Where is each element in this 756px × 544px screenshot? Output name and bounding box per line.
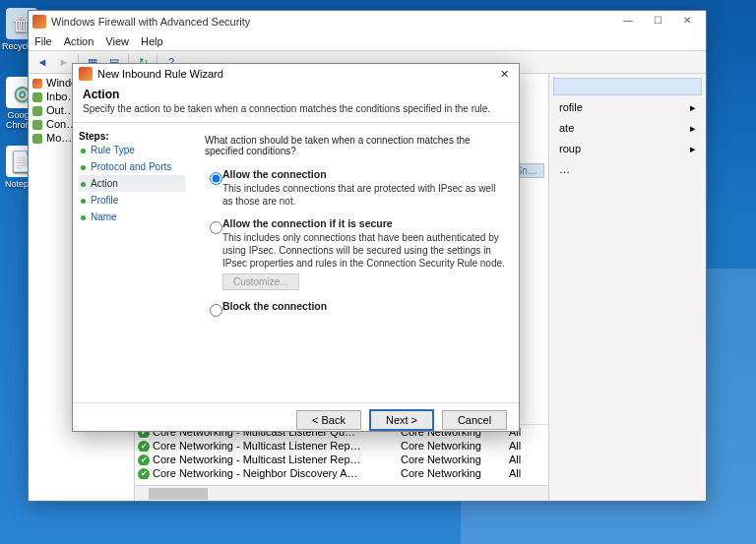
menu-file[interactable]: File [34,35,52,47]
action-item[interactable]: roup▸ [553,139,702,159]
window-title: Windows Firewall with Advanced Security [51,16,250,28]
wizard-content: What action should be taken when a conne… [191,123,519,402]
step-action[interactable]: Action [79,175,185,192]
option-block-connection[interactable]: Block the connection [205,300,505,312]
firewall-icon [32,15,46,29]
actions-header [553,78,702,95]
wizard-question: What action should be taken when a conne… [205,135,505,156]
step-profile[interactable]: Profile [79,192,185,209]
firewall-icon [79,67,93,81]
table-row[interactable]: Core Networking - Multicast Listener Rep… [135,439,548,453]
table-row[interactable]: Core Networking - Neighbor Discovery A…C… [135,466,548,480]
back-button[interactable]: < Back [296,410,361,430]
menu-help[interactable]: Help [141,35,163,47]
chevron-right-icon: ▸ [690,101,696,114]
next-button[interactable]: Next > [369,409,434,431]
wizard-footer: < Back Next > Cancel [73,402,519,436]
wizard-titlebar[interactable]: New Inbound Rule Wizard ✕ [73,64,519,84]
radio-allow[interactable] [210,172,222,185]
maximize-button[interactable]: ☐ [643,13,672,30]
close-button[interactable]: ✕ [672,13,702,30]
forward-button[interactable]: ► [54,53,74,71]
customize-button: Customize... [222,273,299,290]
horizontal-scrollbar[interactable] [135,485,548,501]
chevron-right-icon: ▸ [690,122,696,135]
radio-block[interactable] [210,304,222,317]
step-rule-type[interactable]: Rule Type [79,142,185,158]
actions-panel: rofile▸ ate▸ roup▸ … [548,74,706,501]
radio-allow-secure[interactable] [210,221,222,234]
wizard-header: Action Specify the action to be taken wh… [73,84,519,123]
wizard-title: New Inbound Rule Wizard [97,68,223,80]
wizard-heading: Action [83,88,509,101]
option-allow-connection[interactable]: Allow the connection This includes conne… [205,168,505,208]
wizard-steps: Steps: Rule Type Protocol and Ports Acti… [73,123,191,402]
wizard-subheading: Specify the action to be taken when a co… [83,103,509,114]
chevron-right-icon: ▸ [690,143,696,155]
action-item[interactable]: ate▸ [553,118,702,139]
table-row[interactable]: Core Networking - Multicast Listener Rep… [135,453,548,466]
step-name[interactable]: Name [79,209,185,225]
new-inbound-rule-wizard: New Inbound Rule Wizard ✕ Action Specify… [72,63,520,432]
menubar: File Action View Help [29,32,706,50]
action-item[interactable]: rofile▸ [553,97,702,118]
titlebar[interactable]: Windows Firewall with Advanced Security … [29,11,706,32]
wizard-close-button[interactable]: ✕ [495,68,513,81]
action-item[interactable]: … [553,159,702,179]
option-allow-secure[interactable]: Allow the connection if it is secure Thi… [205,217,505,290]
menu-view[interactable]: View [105,35,129,47]
cancel-button[interactable]: Cancel [442,410,507,430]
minimize-button[interactable]: — [613,13,643,30]
menu-action[interactable]: Action [64,35,94,47]
step-protocol-ports[interactable]: Protocol and Ports [79,158,185,175]
back-button[interactable]: ◄ [32,53,52,71]
